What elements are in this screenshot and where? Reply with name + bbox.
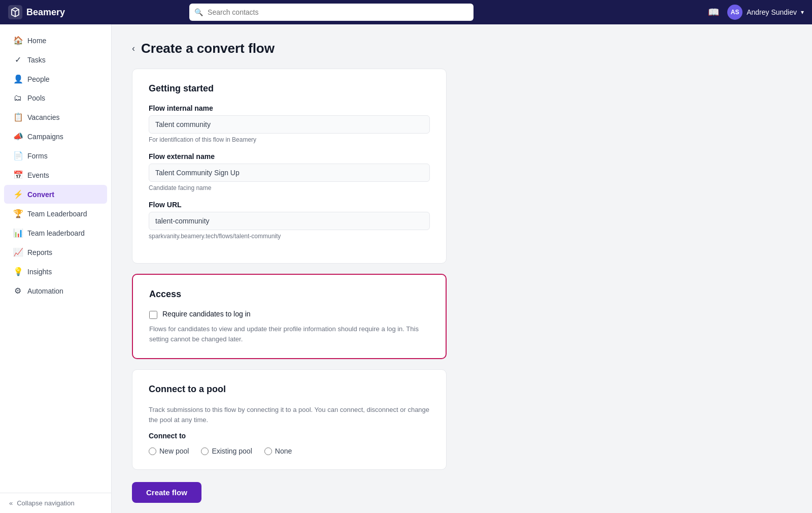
sidebar-item-pools[interactable]: 🗂 Pools — [4, 89, 107, 107]
pool-options: New pool Existing pool None — [149, 447, 430, 455]
pool-option-none[interactable]: None — [264, 447, 292, 455]
pool-option-label-new-pool: New pool — [159, 447, 189, 455]
sidebar-item-tasks[interactable]: ✓ Tasks — [4, 50, 107, 69]
chevron-down-icon: ▾ — [801, 9, 804, 16]
flow-url-input[interactable] — [149, 212, 430, 230]
flow-url-prefix: sparkvanity.beamery.tech/flows/talent-co… — [149, 233, 430, 240]
sidebar-item-automation[interactable]: ⚙ Automation — [4, 281, 107, 300]
sidebar-item-convert[interactable]: ⚡ Convert — [4, 185, 107, 204]
search-icon: 🔍 — [194, 8, 203, 16]
sidebar-item-label: Automation — [27, 287, 63, 295]
page-title: Create a convert flow — [141, 41, 275, 56]
flow-external-name-group: Flow external name Candidate facing name — [149, 152, 430, 191]
home-icon: 🏠 — [13, 36, 22, 45]
automation-icon: ⚙ — [13, 286, 22, 296]
sidebar-item-label: Forms — [27, 152, 48, 160]
user-menu[interactable]: AS Andrey Sundiev ▾ — [727, 5, 804, 20]
sidebar-item-reports[interactable]: 📈 Reports — [4, 243, 107, 262]
require-login-checkbox[interactable] — [149, 311, 157, 319]
sidebar-item-team-leaderboard-1[interactable]: 🏆 Team Leaderboard — [4, 204, 107, 223]
flow-url-label: Flow URL — [149, 201, 430, 209]
top-nav: Beamery 🔍 📖 AS Andrey Sundiev ▾ — [0, 0, 812, 24]
forms-icon: 📄 — [13, 151, 22, 161]
flow-internal-name-label: Flow internal name — [149, 104, 430, 112]
logo[interactable]: Beamery — [8, 5, 65, 19]
tasks-icon: ✓ — [13, 55, 22, 65]
pool-option-label-none: None — [275, 447, 292, 455]
sidebar-item-label: Convert — [27, 190, 54, 199]
nav-right: 📖 AS Andrey Sundiev ▾ — [708, 5, 804, 20]
reports-icon: 📈 — [13, 247, 22, 257]
sidebar-item-label: Team leaderboard — [27, 229, 85, 237]
access-card: Access Require candidates to log in Flow… — [132, 274, 447, 359]
pool-option-existing-pool[interactable]: Existing pool — [201, 447, 252, 455]
footer-area: Create flow — [132, 482, 447, 503]
pool-radio-existing-pool[interactable] — [201, 447, 209, 455]
access-title: Access — [149, 289, 429, 300]
sidebar-item-label: Tasks — [27, 56, 46, 64]
team-leaderboard-2-icon: 📊 — [13, 228, 22, 238]
sidebar-item-vacancies[interactable]: 📋 Vacancies — [4, 108, 107, 126]
flow-internal-name-hint: For identification of this flow in Beame… — [149, 136, 430, 143]
sidebar-item-insights[interactable]: 💡 Insights — [4, 262, 107, 281]
search-bar: 🔍 — [189, 4, 473, 21]
book-icon[interactable]: 📖 — [708, 7, 719, 18]
flow-external-name-input[interactable] — [149, 164, 430, 182]
sidebar-item-label: Pools — [27, 94, 45, 102]
main-content: ‹ Create a convert flow Getting started … — [112, 24, 812, 513]
app-body: 🏠 Home ✓ Tasks 👤 People 🗂 Pools 📋 Vacanc… — [0, 24, 812, 513]
connect-to-label: Connect to — [149, 432, 430, 440]
pools-icon: 🗂 — [13, 93, 22, 103]
connect-pool-title: Connect to a pool — [149, 384, 430, 395]
getting-started-card: Getting started Flow internal name For i… — [132, 69, 447, 264]
back-button[interactable]: ‹ — [132, 43, 135, 54]
sidebar-item-campaigns[interactable]: 📣 Campaigns — [4, 127, 107, 146]
flow-url-group: Flow URL sparkvanity.beamery.tech/flows/… — [149, 201, 430, 240]
events-icon: 📅 — [13, 170, 22, 180]
vacancies-icon: 📋 — [13, 112, 22, 122]
require-login-label[interactable]: Require candidates to log in — [162, 310, 251, 318]
flow-internal-name-input[interactable] — [149, 115, 430, 134]
brand-name: Beamery — [26, 7, 65, 18]
team-leaderboard-1-icon: 🏆 — [13, 209, 22, 218]
people-icon: 👤 — [13, 74, 22, 84]
sidebar-item-label: Campaigns — [27, 133, 63, 141]
access-hint: Flows for candidates to view and update … — [149, 324, 429, 344]
sidebar-item-events[interactable]: 📅 Events — [4, 166, 107, 184]
sidebar-item-label: Insights — [27, 268, 52, 276]
collapse-icon: « — [9, 499, 13, 507]
avatar: AS — [727, 5, 742, 20]
pool-option-new-pool[interactable]: New pool — [149, 447, 189, 455]
convert-icon: ⚡ — [13, 189, 22, 199]
page-header: ‹ Create a convert flow — [132, 41, 792, 56]
connect-pool-card: Connect to a pool Track submissions to t… — [132, 369, 447, 470]
sidebar: 🏠 Home ✓ Tasks 👤 People 🗂 Pools 📋 Vacanc… — [0, 24, 112, 513]
pool-option-label-existing-pool: Existing pool — [212, 447, 252, 455]
sidebar-item-team-leaderboard-2[interactable]: 📊 Team leaderboard — [4, 223, 107, 242]
sidebar-item-home[interactable]: 🏠 Home — [4, 31, 107, 50]
sidebar-nav: 🏠 Home ✓ Tasks 👤 People 🗂 Pools 📋 Vacanc… — [0, 24, 111, 493]
collapse-nav-button[interactable]: « Collapse navigation — [9, 499, 102, 507]
collapse-label: Collapse navigation — [17, 499, 74, 507]
insights-icon: 💡 — [13, 267, 22, 276]
sidebar-item-label: People — [27, 75, 50, 83]
flow-external-name-label: Flow external name — [149, 152, 430, 161]
create-flow-button[interactable]: Create flow — [132, 482, 201, 503]
sidebar-item-people[interactable]: 👤 People — [4, 70, 107, 88]
sidebar-item-label: Events — [27, 171, 49, 179]
getting-started-title: Getting started — [149, 83, 430, 94]
sidebar-item-label: Reports — [27, 248, 52, 256]
sidebar-item-forms[interactable]: 📄 Forms — [4, 146, 107, 165]
search-input[interactable] — [189, 4, 473, 21]
require-login-row: Require candidates to log in — [149, 310, 429, 319]
sidebar-item-label: Vacancies — [27, 113, 60, 121]
flow-external-name-hint: Candidate facing name — [149, 184, 430, 191]
sidebar-item-label: Home — [27, 37, 46, 45]
sidebar-bottom: « Collapse navigation — [0, 493, 111, 513]
connect-pool-description: Track submissions to this flow by connec… — [149, 405, 430, 425]
flow-internal-name-group: Flow internal name For identification of… — [149, 104, 430, 143]
pool-radio-new-pool[interactable] — [149, 447, 156, 455]
campaigns-icon: 📣 — [13, 132, 22, 141]
sidebar-item-label: Team Leaderboard — [27, 210, 87, 218]
pool-radio-none[interactable] — [264, 447, 272, 455]
